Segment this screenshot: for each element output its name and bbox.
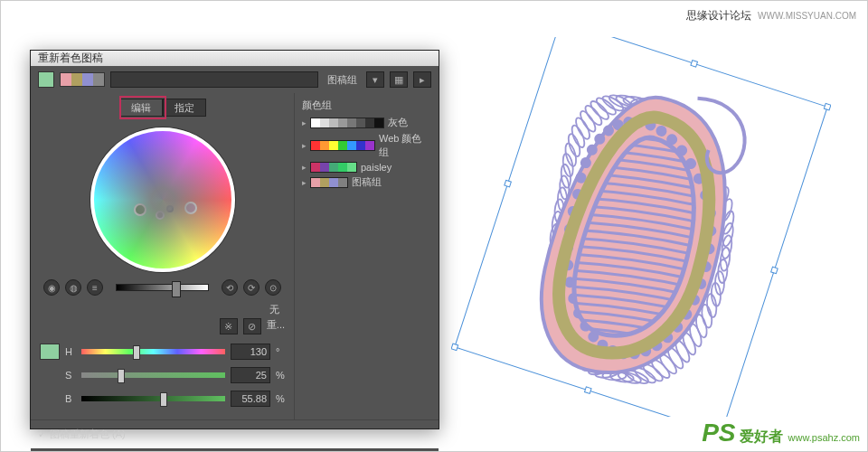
svg-point-59 (563, 142, 578, 167)
segmented-wheel-icon[interactable]: ◍ (65, 279, 81, 296)
color-group-row[interactable]: ▸Web 颜色组 (302, 132, 431, 159)
active-color-swatch[interactable] (38, 71, 54, 88)
smooth-wheel-icon[interactable]: ◉ (43, 279, 60, 296)
watermark-top: 思缘设计论坛 WWW.MISSYUAN.COM (686, 8, 856, 24)
paisley-artwork[interactable] (517, 70, 753, 401)
watermark-bottom: PS 爱好者 www.psahz.com (702, 419, 860, 447)
wheel-color-marker[interactable] (156, 211, 165, 220)
selection-handle[interactable] (771, 267, 778, 274)
dialog-footer: 确定 取消 (31, 448, 439, 452)
group-name-label: 灰色 (388, 116, 408, 129)
expand-icon[interactable]: ▸ (302, 118, 307, 127)
watermark-zh: 爱好者 (740, 428, 783, 447)
svg-point-58 (561, 153, 575, 177)
folder-icon[interactable]: ▦ (390, 71, 408, 88)
bri-unit: % (276, 393, 285, 404)
watermark-bottom-url: www.psahz.com (788, 432, 860, 443)
tab-edit[interactable]: 编辑 (119, 99, 163, 117)
tab-assign[interactable]: 指定 (163, 99, 206, 117)
hue-unit: ° (276, 346, 285, 357)
dialog-toolbar: 图稿组 ▾ ▦ ▸ (31, 66, 439, 93)
group-name-label: 图稿组 (352, 175, 382, 189)
brightness-input[interactable] (231, 391, 270, 407)
color-wheel[interactable] (90, 127, 235, 272)
selection-handle[interactable] (505, 180, 512, 187)
expand-icon[interactable]: ▸ (302, 178, 307, 187)
group-swatch-strip (310, 140, 375, 151)
link-icon[interactable]: ⟲ (222, 279, 238, 296)
group-name-label: paisley (361, 162, 392, 173)
selection-handle[interactable] (824, 103, 831, 110)
left-panel: 编辑 指定 ◉ ◍ ≡ ⟲ ⟳ ⊙ 无 (31, 93, 294, 419)
wheel-color-marker[interactable] (134, 203, 146, 216)
selection-handle[interactable] (585, 387, 592, 394)
reset-label[interactable]: 重... (267, 318, 285, 334)
color-groups-header: 颜色组 (302, 99, 431, 112)
colors-menu-icon[interactable]: ▾ (366, 71, 384, 88)
recolor-checkbox-row: ✓ 图稿重新着色 (A) (31, 419, 439, 448)
group-swatch-strip (310, 162, 357, 173)
remove-color-icon[interactable]: ⊘ (243, 318, 261, 334)
color-group-row[interactable]: ▸灰色 (302, 116, 431, 129)
dialog-titlebar[interactable]: 重新着色图稿 (31, 51, 439, 66)
preset-label: 图稿组 (324, 73, 361, 87)
selection-handle[interactable] (691, 61, 698, 68)
bars-icon[interactable]: ≡ (87, 279, 103, 296)
group-swatch-strip (310, 118, 384, 128)
brightness-slider[interactable] (116, 284, 209, 291)
color-groups-panel: 颜色组 ▸灰色▸Web 颜色组▸paisley▸图稿组 (294, 93, 439, 419)
saturation-slider[interactable] (81, 372, 225, 378)
watermark-ps: PS (702, 419, 735, 447)
wheel-mode-controls: ◉ ◍ ≡ ⟲ ⟳ ⊙ (40, 272, 285, 303)
recolor-dialog: 重新着色图稿 图稿组 ▾ ▦ ▸ 编辑 指定 (30, 50, 439, 429)
wheel-color-marker[interactable] (166, 205, 174, 212)
checkbox-icon[interactable]: ✓ (38, 428, 46, 440)
saturation-input[interactable] (231, 367, 270, 383)
color-group-row[interactable]: ▸图稿组 (302, 175, 431, 189)
sat-label: S (65, 370, 76, 381)
lock-icon[interactable]: ⊙ (265, 279, 281, 296)
none-label: 无 (40, 303, 285, 316)
bri-label: B (65, 393, 76, 404)
color-group-row[interactable]: ▸paisley (302, 162, 431, 173)
dialog-title: 重新着色图稿 (38, 51, 103, 66)
artwork-swatches[interactable] (60, 72, 105, 87)
watermark-top-text: 思缘设计论坛 (686, 9, 751, 22)
preset-dropdown[interactable] (110, 71, 318, 88)
recolor-checkbox-label: 图稿重新着色 (A) (50, 428, 126, 441)
add-color-icon[interactable]: ※ (220, 318, 238, 334)
hue-label: H (65, 346, 76, 357)
selection-handle[interactable] (451, 344, 458, 351)
unlink-icon[interactable]: ⟳ (243, 279, 259, 296)
hue-slider[interactable] (81, 349, 225, 354)
brightness-value-slider[interactable] (81, 396, 225, 401)
save-group-icon[interactable]: ▸ (413, 71, 431, 88)
artwork-canvas[interactable] (451, 37, 831, 417)
hsb-preview-swatch[interactable] (40, 344, 60, 360)
watermark-top-url: WWW.MISSYUAN.COM (758, 11, 856, 21)
group-name-label: Web 颜色组 (379, 132, 431, 159)
wheel-color-marker[interactable] (184, 202, 197, 214)
hue-input[interactable] (231, 344, 270, 360)
expand-icon[interactable]: ▸ (302, 163, 307, 172)
group-swatch-strip (310, 177, 348, 188)
expand-icon[interactable]: ▸ (302, 141, 307, 150)
sat-unit: % (276, 370, 285, 381)
tabs: 编辑 指定 (40, 99, 285, 117)
